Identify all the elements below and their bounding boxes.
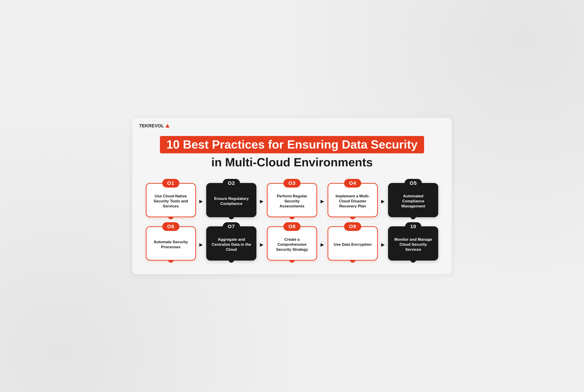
card-6: Automate Security Processes: [146, 226, 196, 260]
arrow-7: ►: [259, 241, 265, 248]
badge-9: O9: [344, 222, 361, 231]
card-container-4: O4 Implement a Multi-Cloud Disaster Reco…: [328, 183, 378, 217]
arrow-6: ►: [198, 241, 204, 248]
arrow-9: ►: [380, 241, 386, 248]
arrow-2: ►: [259, 198, 265, 205]
item-wrapper-5: O5 Automated Compliance Management: [388, 183, 438, 217]
arrow-3: ►: [319, 198, 325, 205]
logo-text: TEKREVOL: [139, 123, 164, 128]
card-1: Use Cloud-Native Security Tools and Serv…: [146, 183, 196, 217]
arrow-1: ►: [198, 198, 204, 205]
badge-3: O3: [283, 179, 300, 188]
card-text-1: Use Cloud-Native Security Tools and Serv…: [151, 194, 191, 209]
card-text-10: Monitor and Manage Cloud Security Servic…: [393, 237, 433, 252]
card-text-4: Implement a Multi-Cloud Disaster Recover…: [332, 194, 373, 209]
item-wrapper-8: O8 Create a Comprehensive Security Strat…: [267, 226, 328, 260]
card-container-1: O1 Use Cloud-Native Security Tools and S…: [146, 183, 196, 217]
card-9: Use Data Encryption: [328, 226, 378, 260]
item-wrapper-4: O4 Implement a Multi-Cloud Disaster Reco…: [328, 183, 388, 217]
logo: TEKREVOL: [139, 123, 169, 128]
card-text-3: Perform Regular Security Assessments: [272, 194, 312, 209]
card-text-8: Create a Comprehensive Security Strategy: [272, 237, 312, 252]
card-4: Implement a Multi-Cloud Disaster Recover…: [328, 183, 378, 217]
arrow-8: ►: [319, 241, 325, 248]
badge-1: O1: [162, 179, 179, 188]
card-container-7: O7 Aggregate and Centralize Data in the …: [206, 226, 256, 260]
card-7: Aggregate and Centralize Data in the Clo…: [206, 226, 256, 260]
card-text-5: Automated Compliance Management: [393, 194, 433, 209]
item-wrapper-1: O1 Use Cloud-Native Security Tools and S…: [146, 183, 206, 217]
item-wrapper-10: 10 Monitor and Manage Cloud Security Ser…: [388, 226, 438, 260]
card-container-3: O3 Perform Regular Security Assessments: [267, 183, 317, 217]
header-title-sub: in Multi-Cloud Environments: [146, 155, 438, 169]
card-8: Create a Comprehensive Security Strategy: [267, 226, 317, 260]
badge-10: 10: [405, 222, 421, 231]
badge-6: O6: [162, 222, 179, 231]
header-title-highlight: 10 Best Practices for Ensuring Data Secu…: [160, 136, 424, 153]
badge-8: O8: [283, 222, 300, 231]
item-wrapper-2: O2 Ensure Regulatory Compliance ►: [206, 183, 267, 217]
card-container-6: O6 Automate Security Processes: [146, 226, 196, 260]
logo-triangle-icon: [165, 124, 169, 128]
arrow-4: ►: [380, 198, 386, 205]
card-container-10: 10 Monitor and Manage Cloud Security Ser…: [388, 226, 438, 260]
badge-7: O7: [223, 222, 240, 231]
item-wrapper-6: O6 Automate Security Processes ►: [146, 226, 206, 260]
card-10: Monitor and Manage Cloud Security Servic…: [388, 226, 438, 260]
card-text-7: Aggregate and Centralize Data in the Clo…: [211, 237, 252, 252]
practices-grid: O1 Use Cloud-Native Security Tools and S…: [146, 183, 438, 260]
badge-4: O4: [344, 179, 361, 188]
page-header: 10 Best Practices for Ensuring Data Secu…: [146, 136, 438, 169]
card-container-5: O5 Automated Compliance Management: [388, 183, 438, 217]
card-text-9: Use Data Encryption: [334, 242, 372, 247]
card-3: Perform Regular Security Assessments: [267, 183, 317, 217]
badge-5: O5: [405, 179, 422, 188]
item-wrapper-3: O3 Perform Regular Security Assessments …: [267, 183, 328, 217]
card-5: Automated Compliance Management: [388, 183, 438, 217]
card-container-8: O8 Create a Comprehensive Security Strat…: [267, 226, 317, 260]
card-text-2: Ensure Regulatory Compliance: [211, 196, 252, 206]
card-2: Ensure Regulatory Compliance: [206, 183, 256, 217]
page-container: TEKREVOL 10 Best Practices for Ensuring …: [132, 118, 452, 274]
row-2: O6 Automate Security Processes ► O7 Aggr…: [146, 226, 438, 260]
card-container-2: O2 Ensure Regulatory Compliance: [206, 183, 256, 217]
item-wrapper-7: O7 Aggregate and Centralize Data in the …: [206, 226, 267, 260]
card-text-6: Automate Security Processes: [151, 240, 191, 250]
row-1: O1 Use Cloud-Native Security Tools and S…: [146, 183, 438, 217]
card-container-9: O9 Use Data Encryption: [328, 226, 378, 260]
item-wrapper-9: O9 Use Data Encryption ►: [328, 226, 388, 260]
badge-2: O2: [223, 179, 240, 188]
